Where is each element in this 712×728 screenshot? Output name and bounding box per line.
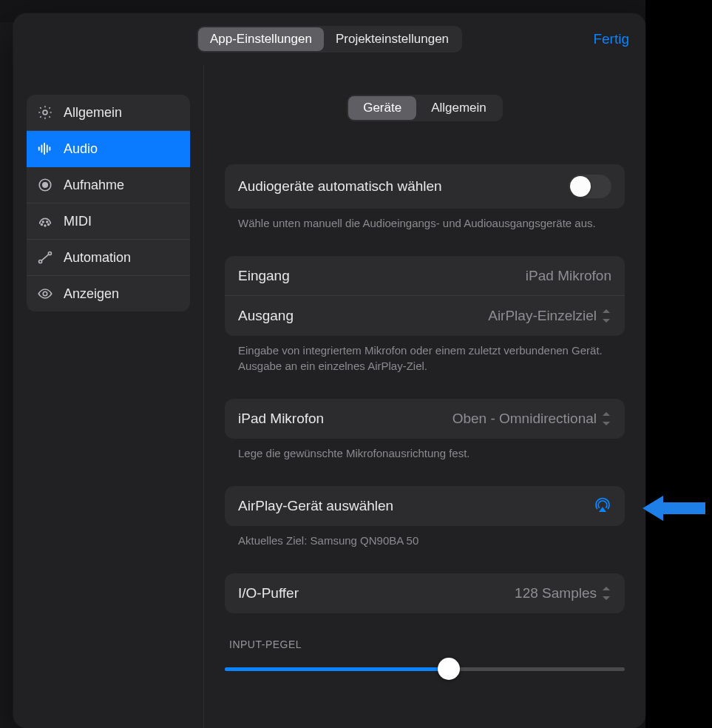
auto-select-row[interactable]: Audiogeräte automatisch wählen xyxy=(225,164,625,209)
updown-icon xyxy=(603,412,611,425)
audio-subtabs: Geräte Allgemein xyxy=(347,95,503,121)
sidebar-item-label: Anzeigen xyxy=(64,286,119,302)
mic-note: Lege die gewünschte Mikrofonausrichtung … xyxy=(225,439,625,461)
slider-thumb[interactable] xyxy=(438,658,460,680)
output-value: AirPlay-Einzelziel xyxy=(488,308,597,324)
auto-select-note: Wähle unten manuell die Audioeingangs- u… xyxy=(225,209,625,231)
tab-project-settings[interactable]: Projekteinstellungen xyxy=(324,27,461,51)
airplay-row[interactable]: AirPlay-Gerät auswählen xyxy=(225,486,625,526)
io-group: Eingang iPad Mikrofon Ausgang AirPlay-Ei… xyxy=(225,256,625,336)
mic-value: Oben - Omnidirectional xyxy=(452,411,597,427)
input-value: iPad Mikrofon xyxy=(526,268,611,284)
airplay-label: AirPlay-Gerät auswählen xyxy=(238,498,393,514)
callout-arrow xyxy=(643,493,705,524)
record-icon xyxy=(37,177,53,193)
svg-line-15 xyxy=(41,255,49,260)
auto-select-toggle[interactable] xyxy=(569,175,611,198)
done-button-label: Fertig xyxy=(593,31,629,47)
panel-header: App-Einstellungen Projekteinstellungen F… xyxy=(13,13,645,65)
svg-point-10 xyxy=(48,224,50,226)
sidebar-item-label: Automation xyxy=(64,250,131,266)
airplay-group: AirPlay-Gerät auswählen xyxy=(225,486,625,526)
tab-app-settings-label: App-Einstellungen xyxy=(210,32,312,47)
mic-label: iPad Mikrofon xyxy=(238,411,324,427)
sidebar: Allgemein Audio Aufnahme xyxy=(13,65,204,728)
toggle-knob xyxy=(570,176,591,197)
sidebar-item-recording[interactable]: Aufnahme xyxy=(27,167,190,203)
input-level-slider[interactable] xyxy=(225,658,625,680)
settings-scope-tabs: App-Einstellungen Projekteinstellungen xyxy=(197,26,462,53)
sidebar-item-midi[interactable]: MIDI xyxy=(27,203,190,240)
buffer-group: I/O-Puffer 128 Samples xyxy=(225,573,625,613)
svg-marker-17 xyxy=(643,496,705,521)
airplay-current-target: Aktuelles Ziel: Samsung QN90BA 50 xyxy=(225,526,625,548)
sidebar-item-label: MIDI xyxy=(64,214,92,229)
sidebar-item-label: Audio xyxy=(64,141,98,157)
mic-group: iPad Mikrofon Oben - Omnidirectional xyxy=(225,399,625,439)
svg-point-0 xyxy=(43,110,47,115)
airplay-icon xyxy=(594,497,611,515)
updown-icon xyxy=(603,587,611,600)
sidebar-item-label: Aufnahme xyxy=(64,178,124,193)
done-button[interactable]: Fertig xyxy=(593,31,629,47)
sidebar-list: Allgemein Audio Aufnahme xyxy=(27,95,190,311)
io-note: Eingabe von integriertem Mikrofon oder e… xyxy=(225,336,625,374)
subtab-devices[interactable]: Geräte xyxy=(348,96,416,120)
gear-icon xyxy=(37,104,53,121)
svg-point-8 xyxy=(41,224,43,226)
svg-point-9 xyxy=(44,225,46,226)
auto-select-group: Audiogeräte automatisch wählen xyxy=(225,164,625,209)
sidebar-item-view[interactable]: Anzeigen xyxy=(27,276,190,311)
subtab-general-label: Allgemein xyxy=(431,101,486,115)
slider-fill xyxy=(225,667,449,671)
input-level-title: INPUT-PEGEL xyxy=(225,638,625,658)
output-row[interactable]: Ausgang AirPlay-Einzelziel xyxy=(225,296,625,336)
sidebar-item-general[interactable]: Allgemein xyxy=(27,95,190,131)
auto-select-label: Audiogeräte automatisch wählen xyxy=(238,178,442,195)
midi-icon xyxy=(37,213,53,229)
sidebar-item-automation[interactable]: Automation xyxy=(27,240,190,276)
svg-point-14 xyxy=(48,252,51,255)
svg-point-7 xyxy=(43,183,47,187)
input-label: Eingang xyxy=(238,268,290,284)
waveform-icon xyxy=(37,141,53,157)
slider-track xyxy=(225,667,625,671)
subtab-devices-label: Geräte xyxy=(363,101,401,115)
subtab-general[interactable]: Allgemein xyxy=(416,96,501,120)
buffer-value: 128 Samples xyxy=(515,585,597,601)
updown-icon xyxy=(603,309,611,323)
input-row[interactable]: Eingang iPad Mikrofon xyxy=(225,256,625,296)
sidebar-item-label: Allgemein xyxy=(64,105,122,121)
buffer-row[interactable]: I/O-Puffer 128 Samples xyxy=(225,573,625,613)
svg-point-11 xyxy=(42,221,44,223)
sidebar-item-audio[interactable]: Audio xyxy=(27,131,190,167)
buffer-label: I/O-Puffer xyxy=(238,585,299,601)
tab-app-settings[interactable]: App-Einstellungen xyxy=(198,27,324,51)
svg-point-13 xyxy=(39,260,42,263)
tab-project-settings-label: Projekteinstellungen xyxy=(336,32,449,47)
settings-panel: App-Einstellungen Projekteinstellungen F… xyxy=(13,13,645,728)
mic-row[interactable]: iPad Mikrofon Oben - Omnidirectional xyxy=(225,399,625,439)
content-pane: Geräte Allgemein Audiogeräte automatisch… xyxy=(204,65,645,728)
eye-icon xyxy=(37,286,53,302)
output-label: Ausgang xyxy=(238,308,294,324)
svg-point-16 xyxy=(43,291,47,296)
automation-icon xyxy=(37,249,53,266)
svg-point-12 xyxy=(47,221,48,223)
